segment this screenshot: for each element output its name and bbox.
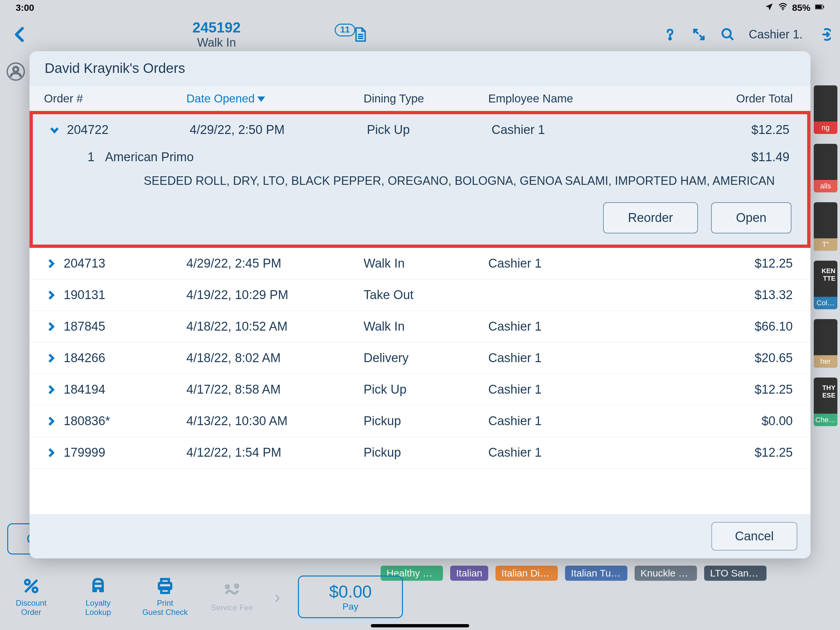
- order-row[interactable]: 1841944/17/22, 8:58 AMPick UpCashier 1$1…: [30, 374, 810, 405]
- pay-label: Pay: [343, 602, 358, 612]
- print-guest-check-button[interactable]: Print Guest Check: [141, 577, 189, 617]
- discount-order-button[interactable]: Discount Order: [6, 577, 56, 617]
- dining-cell: Delivery: [363, 351, 488, 365]
- menu-tile[interactable]: T": [814, 202, 837, 251]
- date-cell: 4/17/22, 8:58 AM: [186, 383, 363, 397]
- svg-rect-3: [823, 6, 824, 8]
- employee-cell: Cashier 1: [488, 320, 672, 334]
- order-number: 245192: [184, 19, 249, 36]
- open-order-button[interactable]: Open: [711, 202, 791, 233]
- column-order-total[interactable]: Order Total: [672, 92, 797, 105]
- help-icon[interactable]: [662, 27, 678, 42]
- reorder-button[interactable]: Reorder: [603, 202, 698, 233]
- tile-caption: Che…: [814, 414, 837, 426]
- menu-tile[interactable]: KEN TTECol…: [814, 261, 837, 309]
- chevron-right-icon[interactable]: [39, 258, 64, 269]
- item-price: $11.49: [752, 150, 794, 164]
- total-cell: $12.25: [672, 383, 797, 397]
- modal-title: David Kraynik's Orders: [30, 51, 810, 86]
- chevron-right-icon[interactable]: [39, 353, 64, 364]
- svg-line-9: [729, 36, 733, 40]
- loyalty-lookup-button[interactable]: Loyalty Lookup: [74, 577, 123, 617]
- menu-tile[interactable]: ng: [814, 85, 837, 134]
- item-qty: 1: [80, 150, 105, 164]
- highlighted-expanded-order: 204722 4/29/22, 2:50 PM Pick Up Cashier …: [30, 111, 810, 248]
- menu-tiles-background: ng alls T" KEN TTECol… her THY ESEChe…: [814, 85, 840, 426]
- cashier-label: Cashier 1.: [749, 28, 802, 41]
- order-row[interactable]: 1842664/18/22, 8:02 AMDeliveryCashier 1$…: [30, 342, 810, 374]
- employee-cell: Cashier 1: [491, 123, 675, 137]
- column-employee-name[interactable]: Employee Name: [488, 92, 672, 105]
- tile-caption: T": [814, 238, 837, 251]
- header-right: Cashier 1.: [662, 27, 832, 42]
- pay-button[interactable]: $0.00 Pay: [298, 576, 403, 618]
- svg-point-17: [235, 584, 238, 587]
- bottom-toolbar: Discount Order Loyalty Lookup Print Gues…: [6, 572, 834, 622]
- order-number-cell: 179999: [64, 445, 186, 460]
- column-headers: Order # Date Opened Dining Type Employee…: [30, 86, 810, 111]
- svg-point-10: [13, 67, 18, 72]
- total-cell: $12.25: [672, 445, 797, 460]
- svg-point-7: [669, 38, 671, 40]
- svg-rect-2: [815, 5, 822, 8]
- chevron-right-icon[interactable]: ›: [274, 587, 280, 607]
- order-number-cell: 184266: [64, 351, 186, 365]
- column-dining-type[interactable]: Dining Type: [363, 92, 488, 105]
- dining-cell: Take Out: [363, 288, 488, 302]
- menu-tile[interactable]: her: [814, 319, 837, 368]
- column-order-number[interactable]: Order #: [39, 92, 186, 105]
- order-row[interactable]: 1878454/18/22, 10:52 AMWalk InCashier 1$…: [30, 311, 810, 342]
- tile-caption: alls: [814, 180, 837, 192]
- date-cell: 4/29/22, 2:45 PM: [186, 256, 363, 271]
- home-indicator: [371, 624, 469, 627]
- employee-cell: Cashier 1: [488, 351, 672, 365]
- employee-cell: Cashier 1: [488, 256, 672, 271]
- chevron-right-icon[interactable]: [39, 321, 64, 332]
- tile-caption: Col…: [814, 297, 837, 309]
- order-number-cell: 204722: [67, 123, 189, 137]
- service-fee-button[interactable]: Service Fee: [207, 581, 257, 612]
- total-cell: $0.00: [672, 414, 797, 428]
- location-icon: [764, 2, 774, 14]
- total-cell: $12.25: [675, 123, 794, 137]
- order-action-buttons: Reorder Open: [42, 202, 794, 233]
- svg-rect-14: [161, 579, 169, 583]
- documents-badge[interactable]: 11: [332, 27, 368, 42]
- expand-icon[interactable]: [691, 27, 707, 42]
- svg-point-16: [226, 585, 229, 588]
- status-time: 3:00: [16, 3, 34, 13]
- wifi-icon: [778, 2, 788, 14]
- orders-list[interactable]: 204722 4/29/22, 2:50 PM Pick Up Cashier …: [30, 111, 810, 514]
- expanded-order-details: 1 American Primo $11.49 SEEDED ROLL, DRY…: [33, 146, 807, 245]
- chevron-right-icon[interactable]: [39, 290, 64, 301]
- tile-caption: her: [814, 355, 837, 368]
- chevron-right-icon[interactable]: [39, 384, 64, 395]
- order-row[interactable]: 2047134/29/22, 2:45 PMWalk InCashier 1$1…: [30, 248, 810, 279]
- date-opened-label: Date Opened: [186, 92, 255, 105]
- chevron-down-icon[interactable]: [42, 124, 67, 136]
- column-date-opened[interactable]: Date Opened: [186, 92, 363, 105]
- dining-cell: Pick Up: [363, 383, 488, 397]
- svg-point-8: [722, 29, 731, 38]
- order-number-cell: 190131: [64, 288, 186, 302]
- dining-cell: Walk In: [363, 320, 488, 334]
- order-row[interactable]: 1799994/12/22, 1:54 PMPickupCashier 1$12…: [30, 437, 810, 469]
- date-cell: 4/12/22, 1:54 PM: [186, 445, 363, 460]
- exit-icon[interactable]: [816, 27, 832, 42]
- date-cell: 4/18/22, 10:52 AM: [186, 320, 363, 334]
- employee-cell: Cashier 1: [488, 383, 672, 397]
- order-row[interactable]: 180836*4/13/22, 10:30 AMPickupCashier 1$…: [30, 405, 810, 437]
- back-button[interactable]: [10, 25, 30, 44]
- order-row[interactable]: 1901314/19/22, 10:29 PMTake Out$13.32: [30, 279, 810, 311]
- menu-tile[interactable]: alls: [814, 144, 837, 192]
- date-cell: 4/18/22, 8:02 AM: [186, 351, 363, 365]
- dining-cell: Pick Up: [367, 123, 491, 137]
- cancel-button[interactable]: Cancel: [711, 522, 797, 551]
- search-icon[interactable]: [720, 27, 736, 42]
- status-bar: 3:00 85%: [0, 0, 840, 16]
- menu-tile[interactable]: THY ESEChe…: [814, 378, 837, 426]
- chevron-right-icon[interactable]: [39, 447, 64, 458]
- chevron-right-icon[interactable]: [39, 416, 64, 427]
- order-row-expanded[interactable]: 204722 4/29/22, 2:50 PM Pick Up Cashier …: [33, 114, 807, 146]
- customer-avatar[interactable]: [6, 62, 25, 81]
